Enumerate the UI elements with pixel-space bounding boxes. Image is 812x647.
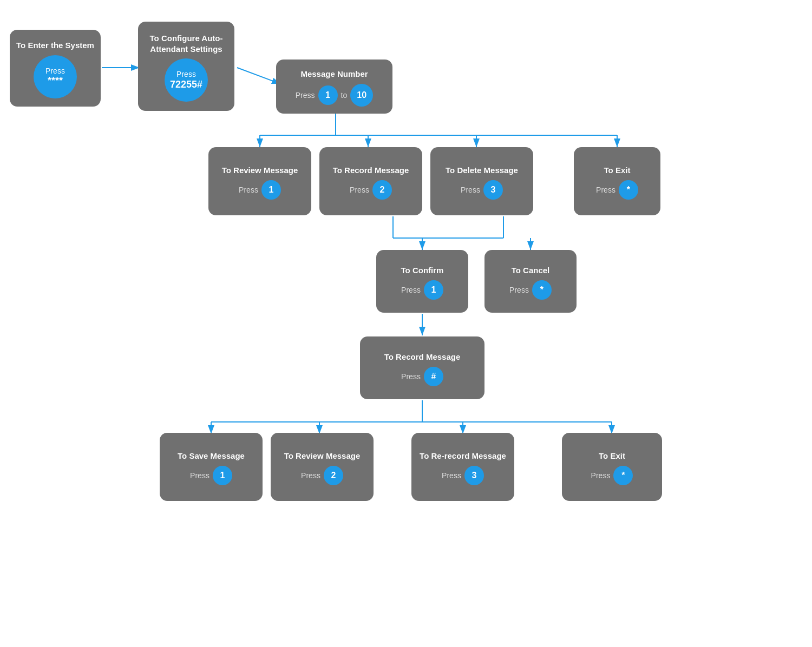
message-number-to-btn: 10 [350,84,373,107]
delete-message-title: To Delete Message [446,165,518,176]
record-message-2-row: Press # [401,367,443,386]
enter-system-btn: Press **** [34,55,77,98]
exit-1-press-label: Press [596,186,615,194]
rerecord-message-row: Press 3 [442,466,484,485]
record-message-2-node: To Record Message Press # [360,336,484,399]
rerecord-message-btn: 3 [464,466,484,485]
record-message-1-title: To Record Message [333,165,409,176]
record-message-2-title: To Record Message [384,352,461,362]
message-number-row: Press 1 to 10 [296,84,373,107]
record-message-1-node: To Record Message Press 2 [319,147,422,215]
enter-system-press-value: **** [48,75,63,87]
exit-2-value: * [621,471,625,480]
arrows-svg [0,0,812,647]
delete-message-value: 3 [490,185,495,195]
confirm-btn: 1 [424,280,443,300]
configure-press-value: 72255# [170,79,202,91]
exit-1-btn: * [619,180,638,200]
exit-1-row: Press * [596,180,638,200]
cancel-title: To Cancel [512,265,550,276]
save-message-row: Press 1 [190,466,232,485]
delete-message-press-label: Press [461,186,480,194]
confirm-row: Press 1 [401,280,443,300]
message-number-title: Message Number [300,69,368,80]
cancel-press-label: Press [509,286,529,294]
diagram: To Enter the System Press **** To Config… [0,0,812,647]
delete-message-btn: 3 [483,180,503,200]
enter-system-node: To Enter the System Press **** [10,30,101,107]
review-message-1-btn: 1 [261,180,281,200]
save-message-value: 1 [220,471,225,480]
message-number-from-btn: 1 [318,85,338,105]
delete-message-row: Press 3 [461,180,503,200]
exit-1-title: To Exit [604,165,631,176]
review-message-1-row: Press 1 [239,180,281,200]
confirm-value: 1 [431,285,436,295]
message-number-press-label: Press [296,91,315,100]
rerecord-message-title: To Re-record Message [420,451,506,461]
cancel-btn: * [532,280,552,300]
rerecord-message-press-label: Press [442,471,461,480]
message-number-to-label: to [341,91,348,100]
message-number-node: Message Number Press 1 to 10 [276,60,392,114]
exit-2-press-label: Press [591,471,611,480]
exit-1-value: * [627,185,630,195]
configure-press-label: Press [176,70,196,79]
review-message-1-title: To Review Message [222,165,298,176]
exit-2-node: To Exit Press * [562,433,662,501]
configure-btn: Press 72255# [165,58,208,102]
exit-1-node: To Exit Press * [574,147,660,215]
review-message-2-node: To Review Message Press 2 [271,433,374,501]
record-message-1-press-label: Press [350,186,369,194]
record-message-1-value: 2 [379,185,384,195]
save-message-btn: 1 [213,466,232,485]
exit-2-btn: * [613,466,633,485]
save-message-press-label: Press [190,471,209,480]
cancel-row: Press * [509,280,552,300]
message-number-from: 1 [325,90,330,100]
record-message-2-value: # [431,372,436,381]
message-number-to-value: 10 [357,90,366,100]
configure-node: To Configure Auto-Attendant Settings Pre… [138,22,234,111]
enter-system-press-label: Press [45,67,65,76]
review-message-2-row: Press 2 [301,466,343,485]
configure-title: To Configure Auto-Attendant Settings [145,33,228,54]
exit-2-title: To Exit [599,451,625,461]
cancel-value: * [540,285,543,295]
record-message-1-btn: 2 [372,180,392,200]
record-message-1-row: Press 2 [350,180,392,200]
record-message-2-btn: # [424,367,443,386]
rerecord-message-node: To Re-record Message Press 3 [411,433,514,501]
save-message-title: To Save Message [178,451,245,461]
confirm-title: To Confirm [401,265,444,276]
review-message-2-value: 2 [331,471,336,480]
confirm-press-label: Press [401,286,421,294]
review-message-1-press-label: Press [239,186,258,194]
record-message-2-press-label: Press [401,372,421,381]
cancel-node: To Cancel Press * [484,250,577,313]
review-message-2-btn: 2 [324,466,343,485]
review-message-2-title: To Review Message [284,451,361,461]
svg-line-2 [237,68,280,84]
save-message-node: To Save Message Press 1 [160,433,263,501]
enter-system-title: To Enter the System [16,40,94,51]
review-message-1-value: 1 [269,185,273,195]
exit-2-row: Press * [591,466,633,485]
confirm-node: To Confirm Press 1 [376,250,468,313]
rerecord-message-value: 3 [472,471,476,480]
review-message-1-node: To Review Message Press 1 [208,147,311,215]
delete-message-node: To Delete Message Press 3 [430,147,533,215]
review-message-2-press-label: Press [301,471,320,480]
